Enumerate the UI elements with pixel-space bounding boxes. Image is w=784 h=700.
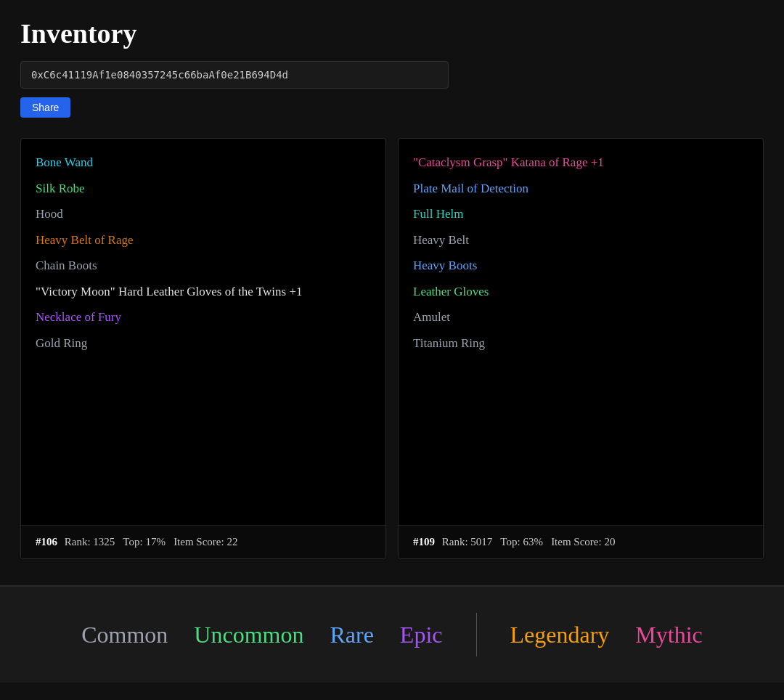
address-display: 0xC6c41119Af1e0840357245c66baAf0e21B694D… bbox=[20, 61, 449, 89]
list-item: Bone Wand bbox=[36, 153, 371, 172]
right-rank-value: 5017 bbox=[470, 536, 492, 548]
right-inventory-panel: "Cataclysm Grasp" Katana of Rage +1 Plat… bbox=[398, 138, 764, 559]
left-score-label: Item Score: bbox=[173, 536, 224, 548]
left-top-value: 17% bbox=[145, 536, 166, 548]
right-top-label: Top: bbox=[500, 536, 520, 548]
right-score-label: Item Score: bbox=[551, 536, 602, 548]
legend-uncommon: Uncommon bbox=[194, 622, 303, 648]
right-rank-label: Rank: bbox=[442, 536, 468, 548]
right-badge: #109 bbox=[413, 536, 435, 548]
list-item: "Victory Moon" Hard Leather Gloves of th… bbox=[36, 282, 371, 301]
right-score-value: 20 bbox=[604, 536, 615, 548]
legend-rare: Rare bbox=[330, 622, 373, 648]
list-item: Hood bbox=[36, 205, 371, 224]
list-item: Full Helm bbox=[413, 205, 748, 224]
left-top-label: Top: bbox=[123, 536, 142, 548]
right-panel-footer: #109 Rank: 5017 Top: 63% Item Score: 20 bbox=[399, 525, 763, 558]
list-item: Leather Gloves bbox=[413, 282, 748, 301]
list-item: "Cataclysm Grasp" Katana of Rage +1 bbox=[413, 153, 748, 172]
list-item: Titanium Ring bbox=[413, 334, 748, 353]
legend-mythic: Mythic bbox=[635, 622, 702, 648]
list-item: Amulet bbox=[413, 308, 748, 327]
list-item: Heavy Belt of Rage bbox=[36, 231, 371, 250]
list-item: Plate Mail of Detection bbox=[413, 179, 748, 198]
inventories-row: Bone Wand Silk Robe Hood Heavy Belt of R… bbox=[20, 138, 764, 559]
list-item: Necklace of Fury bbox=[36, 308, 371, 327]
left-score-value: 22 bbox=[226, 536, 237, 548]
list-item: Heavy Belt bbox=[413, 231, 748, 250]
legend-section: Common Uncommon Rare Epic Legendary Myth… bbox=[0, 585, 784, 683]
share-button[interactable]: Share bbox=[20, 97, 70, 118]
list-item: Gold Ring bbox=[36, 334, 371, 353]
left-panel-footer: #106 Rank: 1325 Top: 17% Item Score: 22 bbox=[21, 525, 385, 558]
list-item: Silk Robe bbox=[36, 179, 371, 198]
legend-divider bbox=[476, 613, 477, 656]
list-item: Chain Boots bbox=[36, 256, 371, 275]
left-rank-label: Rank: bbox=[65, 536, 91, 548]
legend-epic: Epic bbox=[400, 622, 443, 648]
right-top-value: 63% bbox=[523, 536, 543, 548]
legend-legendary: Legendary bbox=[510, 622, 610, 648]
left-inventory-panel: Bone Wand Silk Robe Hood Heavy Belt of R… bbox=[20, 138, 386, 559]
left-badge: #106 bbox=[36, 536, 57, 548]
list-item: Heavy Boots bbox=[413, 256, 748, 275]
left-rank-value: 1325 bbox=[93, 536, 115, 548]
page-title: Inventory bbox=[20, 17, 764, 49]
top-section: Inventory 0xC6c41119Af1e0840357245c66baA… bbox=[0, 0, 784, 574]
legend-common: Common bbox=[81, 622, 168, 648]
